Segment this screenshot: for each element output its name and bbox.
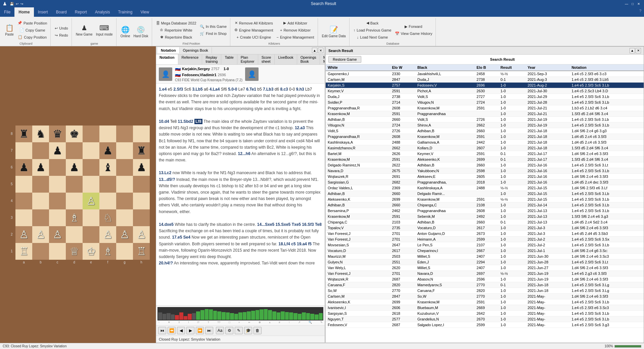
search-expand-button[interactable]: ▲	[630, 48, 635, 53]
sq-b3[interactable]	[32, 209, 49, 226]
copy-game-button[interactable]: 📄 Copy Game	[16, 27, 48, 34]
sq-d8[interactable]: ♚	[66, 126, 83, 142]
redo-icon[interactable]: ↪	[20, 2, 23, 6]
create-uci-button[interactable]: + Create UCI Engine	[233, 34, 275, 41]
sq-e1[interactable]: ♔	[83, 243, 99, 260]
move-1e4[interactable]: 1.e4	[159, 87, 167, 92]
sq-g2[interactable]: ♙	[116, 226, 133, 243]
col-notation[interactable]: Notation	[569, 64, 644, 71]
move-9h3[interactable]: 9.h3	[296, 87, 304, 92]
sq-h5[interactable]	[133, 176, 150, 193]
sq-g5[interactable]	[116, 176, 133, 193]
table-row[interactable]: Ivanisevic,I 2606 Bluebaum,M 2669 1-0 20…	[326, 305, 644, 311]
sq-g7[interactable]	[116, 142, 133, 159]
remove-all-kibitzers-button[interactable]: ✕ Remove All Kibitzers	[233, 20, 275, 27]
sq-h4[interactable]	[133, 193, 150, 209]
table-row[interactable]: Van Foreest,J 2701 Navara,D 2697 ½-½ 202…	[326, 271, 644, 277]
col-result[interactable]: Result	[498, 64, 525, 71]
sq-e5[interactable]	[83, 176, 99, 193]
sq-f5[interactable]	[99, 176, 116, 193]
sq-e2[interactable]	[83, 226, 99, 243]
input-mode-button[interactable]: ⌨ Input mode	[95, 21, 114, 40]
sq-a2[interactable]: ♙	[15, 226, 32, 243]
table-row[interactable]: Topalov,V 2735 Vocaturo,D 2617 1-0 2021-…	[326, 225, 644, 231]
table-row[interactable]: Gaponenko,I 2330 Javakhishvili,L 2458 ½-…	[326, 71, 644, 77]
table-row[interactable]: Carlsen,M 2847 Duda,J 2738 0-1 2021-Aug-…	[326, 77, 644, 83]
table-row[interactable]: Duda,J 2738 Vidit,S 2727 1-0 2021-Jul-29…	[326, 94, 644, 100]
sq-c2[interactable]: ♙	[49, 226, 66, 243]
table-row[interactable]: Adhiban,B 2660 Vidit,S 2726 1-0 2021-Jul…	[326, 117, 644, 122]
table-row[interactable]: Chipanga,C 2103 Adhiban,B 2660 0-1 2021-…	[326, 219, 644, 225]
sub-tab-openings[interactable]: Openings Book	[297, 54, 320, 64]
repertoire-white-button[interactable]: ♔ Repertoire White	[155, 27, 198, 34]
sq-a3[interactable]	[15, 209, 32, 226]
move-18c5[interactable]: c5	[291, 242, 295, 246]
sq-b2[interactable]: ♙	[32, 226, 49, 243]
sq-a8[interactable]: ♜	[15, 126, 32, 142]
help-icon[interactable]: ?	[637, 7, 644, 17]
table-row[interactable]: Alekseenko,K 2699 Krasenkow,M 2591 ½-½ 2…	[326, 197, 644, 202]
add-kibitzer-button[interactable]: + Remove Kibitzer	[275, 27, 316, 34]
nav-next-button[interactable]: ▶	[186, 327, 194, 334]
table-row[interactable]: Van Foreest,J 2701 Anton Guijarro,D 2673…	[326, 231, 644, 237]
sq-b4[interactable]	[32, 193, 49, 209]
table-row[interactable]: Vidit,S 2726 Adhiban,B 2660 1-0 2021-Jul…	[326, 128, 644, 134]
sq-e8[interactable]	[83, 126, 99, 142]
move-11sbd2[interactable]: 11.Sbd2	[178, 119, 193, 124]
sq-a5[interactable]	[15, 176, 32, 193]
table-row[interactable]: Wojtaszek,R 2687 Abasov,N 2596 1-0 2021-…	[326, 277, 644, 282]
move-13d5[interactable]: 13...d5!?	[159, 177, 175, 182]
table-row[interactable]: Keymer,V 2591 Pichot,A 2630 1-0 2021-Jul…	[326, 88, 644, 94]
sub-tab-livebook[interactable]: LiveBook	[275, 54, 297, 64]
col-elo-b[interactable]: Elo B	[474, 64, 498, 71]
sq-a4[interactable]	[15, 193, 32, 209]
move-15sxe5[interactable]: 15.Sxe5	[276, 222, 291, 227]
table-row[interactable]: Caruana,F 2820 Mamedyarov,S 2770 0-1 202…	[326, 282, 644, 288]
move-18lf4[interactable]: 18.Lf4	[278, 242, 290, 246]
minimize-button[interactable]: —	[624, 1, 629, 6]
sq-g3[interactable]	[116, 209, 133, 226]
close-button[interactable]: ✕	[636, 1, 641, 6]
repertoire-black-button[interactable]: ♚ Repertoire Black	[155, 34, 198, 41]
move-4la4[interactable]: 4.La4	[210, 87, 220, 92]
move-17se4[interactable]: Se4	[183, 235, 190, 240]
load-previous-button[interactable]: ↑ Load Previous Game	[352, 27, 393, 34]
undo-button[interactable]: ↩ Undo	[53, 25, 69, 32]
eraser-button[interactable]: 🗑	[254, 327, 262, 334]
sq-c1[interactable]	[49, 243, 66, 260]
move-2sf3[interactable]: 2.Sf3	[173, 87, 183, 92]
undo-icon[interactable]: ↩	[16, 2, 18, 6]
sq-f7[interactable]: ♟	[99, 142, 116, 159]
table-row[interactable]: Ordaz Valdes,L 2369 Kashlinskaya,A 2488 …	[326, 185, 644, 191]
table-row[interactable]: Krasenkow,M 2591 Alekseenko,K 2699 0-1 2…	[326, 157, 644, 162]
copy-position-button[interactable]: 📋 Copy Position	[16, 34, 48, 41]
new-game-button[interactable]: ♟ New Game	[75, 21, 94, 40]
sq-f4[interactable]	[99, 193, 116, 209]
move-8c3[interactable]: 8.c3	[280, 87, 288, 92]
sq-h1[interactable]: ♖	[133, 243, 150, 260]
engine-management-button[interactable]: ⚙ Engine Management	[233, 27, 275, 34]
table-row[interactable]: Alekseenko,K 2699 Krasenkow,M 2591 1-0 2…	[326, 299, 644, 305]
sub-tab-mym[interactable]: My M	[320, 54, 325, 64]
nav-next-var-button[interactable]: ⏩	[196, 327, 204, 334]
move-6te1[interactable]: 6.Te1	[246, 87, 256, 92]
table-row[interactable]: Navara,D 2675 Yakubboev,N 2598 1-0 2021-…	[326, 168, 644, 174]
table-row[interactable]: Praggnanandhaa,R 2608 Krasenkow,M 2591 1…	[326, 134, 644, 140]
table-row[interactable]: Wojtaszek,R 2691 Alekseev,E 2605 1-0 202…	[326, 174, 644, 180]
move-10d4[interactable]: 10.d4	[159, 119, 169, 124]
move-11lf8[interactable]: Lf8	[194, 119, 202, 124]
sq-f6[interactable]: ♝	[99, 159, 116, 176]
tab-board[interactable]: Board	[52, 7, 71, 17]
notation-expand-button[interactable]: ▲	[312, 48, 317, 53]
move-5oo[interactable]: 5.0-0	[228, 87, 237, 92]
remove-kibitzer-button[interactable]: − Engine Management	[275, 34, 316, 41]
tab-report[interactable]: Report	[71, 7, 91, 17]
table-row[interactable]: Kasimdzhanov,R 2662 Kollars,D 2607 1-0 2…	[326, 145, 644, 151]
sq-d1[interactable]: ♕	[66, 243, 83, 260]
move-17e5[interactable]: 17.e5	[172, 235, 182, 240]
forward-button[interactable]: ▶ Forward	[394, 23, 434, 30]
sq-a6[interactable]: ♟	[15, 159, 32, 176]
load-next-button[interactable]: ↓ Load Next Game	[352, 34, 393, 41]
move-14dxe5[interactable]: 14.dxe5	[159, 222, 174, 227]
find-shop-button[interactable]: 🛒 Find in Shop	[198, 30, 228, 37]
